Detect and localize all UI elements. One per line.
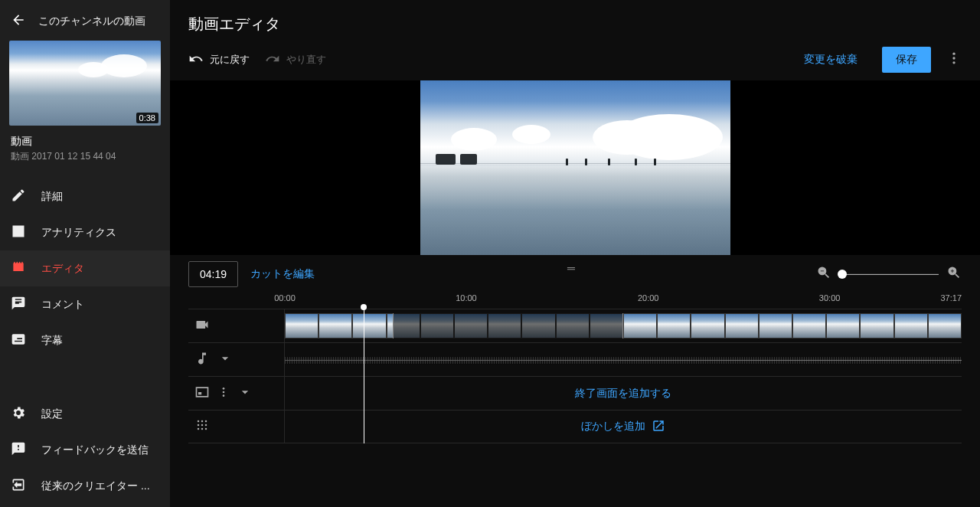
blur-track: ぼかしを追加 <box>188 410 962 443</box>
editor-controls: 04:19 カットを編集 ═ <box>170 255 980 292</box>
back-label: このチャンネルの動画 <box>38 15 145 28</box>
end-screen-track-head[interactable] <box>188 377 285 410</box>
video-preview[interactable] <box>170 80 980 255</box>
filmstrip-frame <box>894 313 928 339</box>
tracks: 終了画面を追加する ぼかしを追加 <box>188 309 962 443</box>
chevron-down-icon <box>237 384 253 403</box>
thumbnail-duration: 0:38 <box>136 113 158 123</box>
redo-icon <box>265 51 280 69</box>
comments-icon <box>11 296 26 313</box>
add-end-screen-label: 終了画面を追加する <box>575 387 671 401</box>
filmstrip-frame <box>725 313 759 339</box>
exit-icon <box>11 477 26 495</box>
video-heading: 動画 <box>0 132 170 150</box>
selection-region[interactable] <box>393 313 623 339</box>
current-time[interactable]: 04:19 <box>188 261 238 287</box>
page-title: 動画エディタ <box>188 14 280 34</box>
svg-rect-3 <box>198 392 201 394</box>
discard-button[interactable]: 変更を破棄 <box>795 47 867 73</box>
gear-icon <box>11 405 26 423</box>
preview-frame <box>420 80 730 255</box>
svg-point-14 <box>201 428 204 430</box>
svg-point-13 <box>198 428 200 430</box>
svg-point-8 <box>201 420 204 423</box>
more-menu-button[interactable] <box>946 51 962 69</box>
waveform <box>285 360 962 361</box>
sidebar-item-comments[interactable]: コメント <box>0 286 170 322</box>
svg-point-12 <box>205 424 207 427</box>
open-new-icon <box>652 419 665 435</box>
svg-point-15 <box>205 428 207 430</box>
blur-lane[interactable]: ぼかしを追加 <box>285 411 962 443</box>
svg-point-7 <box>198 420 200 423</box>
add-blur-link[interactable]: ぼかしを追加 <box>285 419 962 435</box>
sidebar-item-analytics[interactable]: アナリティクス <box>0 214 170 250</box>
filmstrip-frame <box>623 313 657 339</box>
sidebar-item-details[interactable]: 詳細 <box>0 178 170 214</box>
more-vert-icon[interactable] <box>217 386 230 401</box>
undo-button[interactable]: 元に戻す <box>188 51 250 69</box>
sidebar-item-subtitles[interactable]: 字幕 <box>0 322 170 358</box>
timeline-tick: 20:00 <box>638 293 659 303</box>
audio-track-head[interactable] <box>188 343 285 376</box>
timeline: 00:0010:0020:0030:0037:17 <box>170 292 980 443</box>
save-button[interactable]: 保存 <box>882 47 931 73</box>
filmstrip-frame <box>318 313 352 339</box>
chevron-down-icon <box>217 351 233 369</box>
analytics-icon <box>11 224 26 241</box>
video-icon <box>194 317 210 335</box>
zoom-slider[interactable] <box>839 267 939 282</box>
svg-point-11 <box>201 424 204 427</box>
timeline-tick: 00:00 <box>274 293 296 303</box>
zoom-in-icon[interactable] <box>946 265 962 283</box>
timeline-ruler[interactable]: 00:0010:0020:0030:0037:17 <box>285 292 962 309</box>
sidebar-item-settings[interactable]: 設定 <box>0 396 170 432</box>
filmstrip-frame <box>826 313 860 339</box>
video-track-head <box>188 309 285 342</box>
end-screen-track: 終了画面を追加する <box>188 376 962 410</box>
header: 動画エディタ 元に戻す やり直す 変更を破棄 保存 <box>170 0 980 80</box>
sidebar-item-feedback[interactable]: フィードバックを送信 <box>0 432 170 468</box>
svg-point-9 <box>205 420 207 423</box>
arrow-left-icon <box>11 12 26 30</box>
sidebar-item-editor[interactable]: エディタ <box>0 250 170 286</box>
filmstrip-frame <box>691 313 724 339</box>
sidebar-item-label: 従来のクリエイター ... <box>41 479 150 493</box>
sidebar-item-label: 字幕 <box>41 334 63 348</box>
end-screen-lane[interactable]: 終了画面を追加する <box>285 377 962 410</box>
video-track <box>188 309 962 342</box>
filmstrip-frame <box>285 313 318 339</box>
sidebar-item-classic[interactable]: 従来のクリエイター ... <box>0 468 170 507</box>
video-subtitle: 動画 2017 01 12 15 44 04 <box>0 150 170 174</box>
timeline-tick: 10:00 <box>456 293 477 303</box>
editor-icon <box>11 260 26 277</box>
blur-track-head <box>188 411 285 443</box>
video-lane[interactable] <box>285 309 962 342</box>
timeline-tick: 30:00 <box>819 293 841 303</box>
subtitles-icon <box>11 332 26 349</box>
svg-point-5 <box>223 391 225 393</box>
back-to-channel[interactable]: このチャンネルの動画 <box>0 8 170 41</box>
svg-point-1 <box>952 57 955 59</box>
add-blur-label: ぼかしを追加 <box>581 420 645 433</box>
video-thumbnail[interactable]: 0:38 <box>9 41 161 126</box>
audio-lane[interactable] <box>285 343 962 376</box>
app-root: このチャンネルの動画 0:38 動画 動画 2017 01 12 15 44 0… <box>0 0 980 507</box>
filmstrip-frame <box>928 313 962 339</box>
zoom-out-icon[interactable] <box>816 265 831 283</box>
sidebar-item-label: 設定 <box>41 407 63 421</box>
undo-icon <box>188 51 204 69</box>
add-end-screen-link[interactable]: 終了画面を追加する <box>285 387 962 401</box>
filmstrip-frame <box>759 313 792 339</box>
pencil-icon <box>11 188 26 205</box>
blur-icon <box>194 417 210 436</box>
redo-button[interactable]: やり直す <box>265 51 326 69</box>
video-thumbnail-area: 0:38 <box>0 41 170 132</box>
panel-drag-handle[interactable]: ═ <box>567 266 583 272</box>
sidebar-item-label: コメント <box>41 298 84 312</box>
svg-point-4 <box>223 388 225 390</box>
sidebar: このチャンネルの動画 0:38 動画 動画 2017 01 12 15 44 0… <box>0 0 170 507</box>
sidebar-item-label: 詳細 <box>41 190 63 204</box>
sidebar-item-label: アナリティクス <box>41 226 116 240</box>
edit-cut-button[interactable]: カットを編集 <box>250 267 315 281</box>
